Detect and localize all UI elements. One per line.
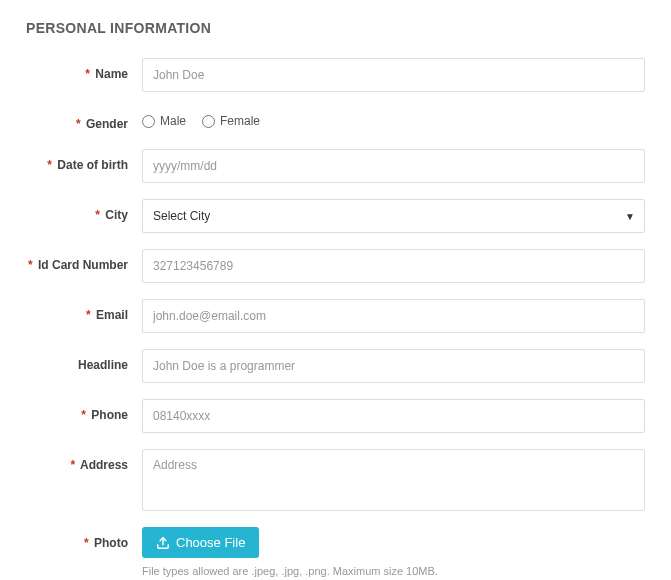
upload-icon — [156, 536, 170, 550]
gender-male-label: Male — [160, 114, 186, 128]
row-phone: * Phone — [26, 399, 645, 433]
gender-female-radio[interactable] — [202, 115, 215, 128]
label-email-text: Email — [96, 308, 128, 322]
gender-female-label: Female — [220, 114, 260, 128]
label-photo-text: Photo — [94, 536, 128, 550]
dob-input[interactable] — [142, 149, 645, 183]
label-dob: * Date of birth — [26, 149, 142, 174]
choose-file-label: Choose File — [176, 535, 245, 550]
section-title: PERSONAL INFORMATION — [26, 20, 645, 36]
required-marker: * — [70, 458, 75, 472]
name-input[interactable] — [142, 58, 645, 92]
address-textarea[interactable] — [142, 449, 645, 511]
required-marker: * — [76, 117, 81, 131]
choose-file-button[interactable]: Choose File — [142, 527, 259, 558]
label-gender-text: Gender — [86, 117, 128, 131]
idcard-input[interactable] — [142, 249, 645, 283]
row-address: * Address — [26, 449, 645, 511]
gender-male-radio[interactable] — [142, 115, 155, 128]
photo-hint: File types allowed are .jpeg, .jpg, .png… — [142, 565, 645, 577]
label-phone-text: Phone — [91, 408, 128, 422]
required-marker: * — [81, 408, 86, 422]
row-headline: Headline — [26, 349, 645, 383]
headline-input[interactable] — [142, 349, 645, 383]
label-city: * City — [26, 199, 142, 224]
row-idcard: * Id Card Number — [26, 249, 645, 283]
label-headline: Headline — [26, 349, 142, 374]
label-city-text: City — [105, 208, 128, 222]
email-input[interactable] — [142, 299, 645, 333]
gender-radio-group: Male Female — [142, 108, 645, 128]
label-idcard: * Id Card Number — [26, 249, 142, 274]
label-name-text: Name — [95, 67, 128, 81]
required-marker: * — [95, 208, 100, 222]
label-address-text: Address — [80, 458, 128, 472]
row-name: * Name — [26, 58, 645, 92]
gender-male-option[interactable]: Male — [142, 114, 186, 128]
required-marker: * — [47, 158, 52, 172]
gender-female-option[interactable]: Female — [202, 114, 260, 128]
required-marker: * — [86, 308, 91, 322]
city-select[interactable]: Select City — [142, 199, 645, 233]
label-name: * Name — [26, 58, 142, 83]
label-photo: * Photo — [26, 527, 142, 552]
phone-input[interactable] — [142, 399, 645, 433]
label-phone: * Phone — [26, 399, 142, 424]
required-marker: * — [28, 258, 33, 272]
label-idcard-text: Id Card Number — [38, 258, 128, 272]
label-headline-text: Headline — [78, 358, 128, 372]
row-email: * Email — [26, 299, 645, 333]
row-photo: * Photo Choose File File types allowed a… — [26, 527, 645, 577]
label-email: * Email — [26, 299, 142, 324]
row-city: * City Select City ▼ — [26, 199, 645, 233]
label-dob-text: Date of birth — [57, 158, 128, 172]
row-dob: * Date of birth — [26, 149, 645, 183]
required-marker: * — [84, 536, 89, 550]
required-marker: * — [85, 67, 90, 81]
row-gender: * Gender Male Female — [26, 108, 645, 133]
label-gender: * Gender — [26, 108, 142, 133]
label-address: * Address — [26, 449, 142, 474]
